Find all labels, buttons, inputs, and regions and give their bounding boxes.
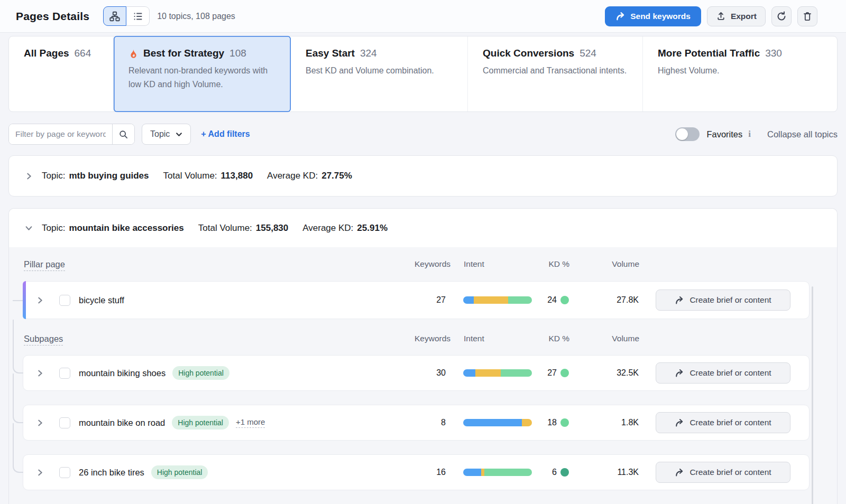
intent-bar [463,419,532,426]
topic-card-mountain-bike-accessories: Topic:mountain bike accessories Total Vo… [8,208,838,504]
chevron-right-icon [25,172,33,180]
average-kd-value: 27.75% [321,171,352,181]
favorites-toggle[interactable] [675,127,700,141]
tab-best-for-strategy[interactable]: Best for Strategy 108 Relevant non-brand… [114,36,291,112]
tab-description: Relevant non-branded keywords with low K… [128,64,277,91]
tab-description: Best KD and Volume combination. [306,64,454,78]
average-kd-label: Average KD: [267,171,318,181]
subpages-label[interactable]: Subpages [24,334,63,346]
total-volume-value: 113,880 [221,171,253,181]
column-intent: Intent [464,334,532,343]
view-toggle [103,6,150,26]
expand-row-button[interactable] [36,296,44,304]
intent-bar [463,369,532,377]
table-row-mountain-bike-on-road: mountain bike on road High potential +1 … [23,405,810,441]
tab-count: 108 [229,48,246,59]
list-icon [132,11,144,22]
sitemap-icon [109,11,121,22]
intent-bar [463,296,532,304]
expand-row-button[interactable] [36,469,44,477]
forward-arrow-icon [675,418,684,427]
high-potential-badge: High potential [172,416,229,430]
export-button[interactable]: Export [707,6,766,26]
topic-filter-dropdown[interactable]: Topic [142,124,191,145]
toggle-knob [676,128,688,140]
send-keywords-button[interactable]: Send keywords [605,6,701,26]
search-button[interactable] [112,124,134,144]
kd-value: 18 [547,418,557,427]
page-name[interactable]: mountain biking shoes [79,368,165,378]
refresh-icon [776,11,787,22]
tab-quick-conversions[interactable]: Quick Conversions 524 Commercial and Tra… [468,36,643,111]
more-badges-link[interactable]: +1 more [236,417,265,428]
volume-value: 27.8K [569,295,639,305]
trash-icon [802,11,813,22]
info-icon[interactable]: i [748,129,751,139]
kd-dot [560,418,569,427]
topic-name: mtb buying guides [69,171,149,181]
hierarchy-view-button[interactable] [103,6,126,26]
favorites-group: Favorites i Collapse all topics [675,127,838,141]
row-checkbox[interactable] [59,295,70,306]
row-checkbox[interactable] [59,368,70,379]
create-brief-button[interactable]: Create brief or content [656,462,790,483]
average-kd-value: 25.91% [357,223,388,233]
pillar-page-label[interactable]: Pillar page [24,259,65,271]
topic-header[interactable]: Topic:mountain bike accessories Total Vo… [9,209,837,247]
high-potential-badge: High potential [172,366,229,380]
search-input[interactable] [9,124,112,144]
search-box [8,124,135,145]
pillar-gradient-edge [23,281,26,319]
table-row-mountain-biking-shoes: mountain biking shoes High potential 30 … [23,355,810,391]
page-name[interactable]: bicycle stuff [79,295,124,305]
delete-button[interactable] [797,6,817,26]
expand-row-button[interactable] [36,419,44,427]
row-checkbox[interactable] [59,417,70,428]
kd-dot [560,468,569,477]
add-filters-link[interactable]: + Add filters [201,129,250,139]
tab-more-potential-traffic[interactable]: More Potential Traffic 330 Highest Volum… [643,36,837,111]
subpages-columns-header: Subpages Keywords Intent KD % Volume [23,322,810,355]
expand-row-button[interactable] [36,369,44,377]
tab-count: 524 [580,48,596,59]
table-row-26-inch-bike-tires: 26 inch bike tires High potential 16 6 1… [23,454,810,490]
page-title: Pages Details [16,10,89,23]
create-brief-button[interactable]: Create brief or content [656,290,790,311]
export-icon [716,11,726,21]
tree-connector [13,300,23,301]
total-volume-label: Total Volume: [163,171,217,181]
table-scrollbar[interactable] [812,286,813,504]
tab-description: Commercial and Transactional intents. [483,64,629,78]
tree-connector [13,320,23,374]
create-brief-button[interactable]: Create brief or content [656,362,790,384]
page-name[interactable]: mountain bike on road [79,418,165,428]
tab-count: 664 [75,48,91,59]
tab-easy-start[interactable]: Easy Start 324 Best KD and Volume combin… [291,36,468,111]
row-checkbox[interactable] [59,467,70,478]
collapse-all-topics-link[interactable]: Collapse all topics [767,129,838,139]
column-kd: KD % [532,259,569,269]
pages-table: Pillar page Keywords Intent KD % Volume … [9,247,837,504]
volume-value: 32.5K [569,368,639,378]
keywords-value: 27 [414,295,446,305]
volume-value: 1.8K [569,418,639,427]
filter-bar: Topic + Add filters Favorites i Collapse… [8,124,838,145]
create-brief-button[interactable]: Create brief or content [656,412,790,433]
chevron-down-icon [25,224,33,232]
topic-name: mountain bike accessories [69,223,183,233]
high-potential-badge: High potential [151,465,208,479]
tree-connector [13,423,23,473]
topic-prefix: Topic: [42,223,65,233]
keywords-value: 8 [414,418,446,427]
page-name[interactable]: 26 inch bike tires [79,468,144,478]
column-keywords: Keywords [415,334,446,343]
keywords-value: 16 [414,468,446,477]
top-bar: Pages Details 10 topics, 108 pages [0,0,846,33]
topic-header[interactable]: Topic:mtb buying guides Total Volume:113… [9,156,837,196]
tab-count: 324 [360,48,377,59]
list-view-button[interactable] [126,6,150,26]
tab-all-pages[interactable]: All Pages 664 [9,36,114,111]
kd-value: 27 [547,368,557,378]
refresh-button[interactable] [771,6,792,26]
kd-value: 6 [552,468,557,477]
